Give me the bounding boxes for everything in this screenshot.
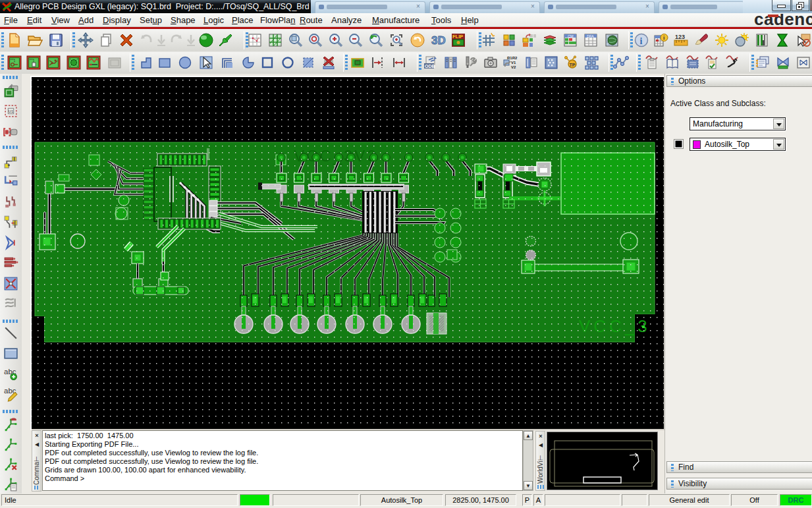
svg-text:U1: U1 <box>9 109 13 113</box>
svg-text:TP: TP <box>570 63 576 67</box>
svg-text:CM: CM <box>568 34 574 38</box>
svg-text:V2: V2 <box>511 65 516 69</box>
svg-text:FLIP: FLIP <box>452 34 463 40</box>
svg-text:123: 123 <box>675 34 685 40</box>
svg-text:V1: V1 <box>511 61 516 65</box>
svg-text:3D: 3D <box>431 34 446 47</box>
svg-text:R1R2: R1R2 <box>507 56 518 60</box>
svg-text:i: i <box>640 36 643 46</box>
svg-text:ODB: ODB <box>425 64 435 69</box>
